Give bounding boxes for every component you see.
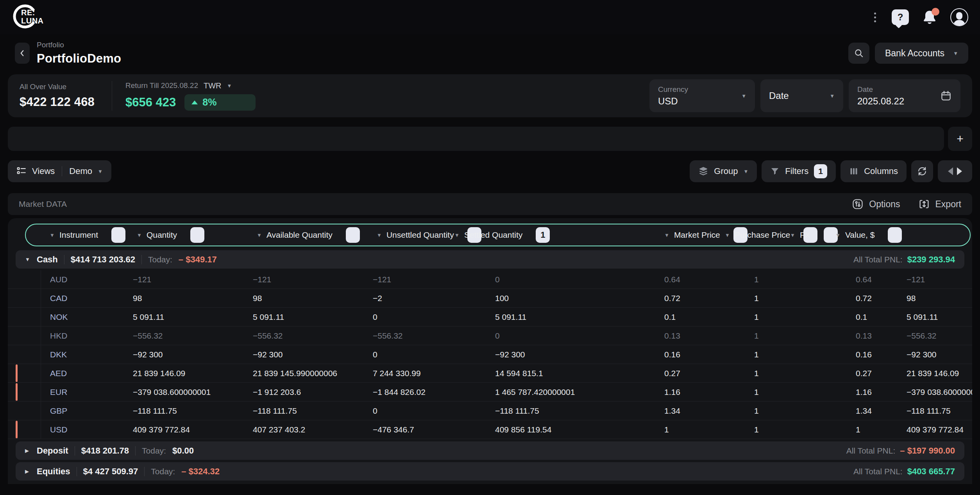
column-filter-badge xyxy=(190,227,204,243)
chevron-down-icon: ▼ xyxy=(137,232,142,238)
cell-quantity: −556.32 xyxy=(128,331,248,341)
bank-accounts-dropdown[interactable]: Bank Accounts ▼ xyxy=(875,43,968,64)
cell-instrument: CAD xyxy=(41,294,128,303)
column-filter-badge xyxy=(346,227,360,243)
group-row-deposit[interactable]: ▶ Deposit $418 201.78 Today: $0.00 All T… xyxy=(16,441,964,460)
cell-settled-quantity: 409 856 119.54 xyxy=(446,425,656,434)
cell-market-price: 0.1 xyxy=(656,312,716,322)
brand-line1: RE: xyxy=(21,9,44,17)
today-pnl: $0.00 xyxy=(172,446,194,456)
column-header[interactable]: ▼ Purchase Price xyxy=(717,227,782,243)
group-dropdown[interactable]: Group ▼ xyxy=(690,160,757,182)
brand-logo[interactable]: RE: LUNA xyxy=(12,4,55,31)
table-row[interactable]: GBP −118 111.75 −118 111.75 0 −118 111.7… xyxy=(8,402,972,420)
search-icon xyxy=(854,48,864,58)
portfolio-tabs xyxy=(8,127,944,151)
column-header[interactable]: ▼ Market Price xyxy=(656,227,717,243)
views-value: Demo xyxy=(69,166,92,176)
cell-available-quantity: 98 xyxy=(248,294,368,303)
refresh-button[interactable] xyxy=(911,160,933,182)
column-header[interactable]: ▼ Settled Quantity 1 xyxy=(447,227,656,243)
views-dropdown[interactable]: Views Demo ▼ xyxy=(8,160,111,182)
cell-quantity: 409 379 772.84 xyxy=(128,425,248,434)
all-total-pnl: $403 665.77 xyxy=(907,466,955,477)
currency-dropdown[interactable]: Currency USD ▼ xyxy=(649,79,755,112)
cell-settled-quantity: −92 300 xyxy=(446,350,656,359)
chevron-down-icon: ▼ xyxy=(743,169,748,174)
cell-settled-quantity: 5 091.11 xyxy=(446,312,656,322)
options-button[interactable]: Options xyxy=(852,198,900,210)
list-icon xyxy=(16,166,27,176)
today-pnl: – $349.17 xyxy=(179,255,217,265)
scroll-columns-button[interactable] xyxy=(938,160,972,182)
table-row[interactable]: HKD −556.32 −556.32 −556.32 0 0.13 1 0.1… xyxy=(8,326,972,345)
group-row-cash[interactable]: ▼ Cash $414 713 203.62 Today: – $349.17 … xyxy=(16,250,964,269)
expand-icon: ▶ xyxy=(25,468,30,474)
column-header[interactable]: ▼ Quantity xyxy=(129,227,249,243)
cell-settled-quantity: 0 xyxy=(446,275,656,284)
column-header[interactable]: ▼ Instrument xyxy=(42,227,129,243)
cell-instrument: GBP xyxy=(41,406,128,416)
more-menu-icon[interactable] xyxy=(871,11,879,24)
table-row[interactable]: NOK 5 091.11 5 091.11 0 5 091.11 0.1 1 0… xyxy=(8,308,972,326)
column-header[interactable]: ▼ FX xyxy=(782,227,828,243)
table-row[interactable]: DKK −92 300 −92 300 0 −92 300 0.16 1 0.1… xyxy=(8,345,972,364)
cell-available-quantity: −556.32 xyxy=(248,331,368,341)
column-header[interactable]: ▼ Value, $ xyxy=(828,227,970,243)
export-button[interactable]: Export xyxy=(918,198,961,210)
cell-settled-quantity: 0 xyxy=(446,331,656,341)
help-icon[interactable]: ? xyxy=(892,9,909,25)
cell-purchase-price: 1 xyxy=(716,369,781,378)
cell-purchase-price: 1 xyxy=(716,387,781,397)
cell-instrument: AUD xyxy=(41,275,128,284)
date-mode-dropdown[interactable]: Date ▼ xyxy=(760,79,843,112)
section-title: Market DATA xyxy=(19,199,67,209)
search-button[interactable] xyxy=(848,43,869,64)
cell-available-quantity: 5 091.11 xyxy=(248,312,368,322)
date-picker[interactable]: Date 2025.08.22 xyxy=(849,79,960,112)
columns-button[interactable]: Columns xyxy=(841,160,907,182)
table-row[interactable]: AUD −121 −121 −121 0 0.64 1 0.64 −121 xyxy=(8,270,972,289)
cell-quantity: 98 xyxy=(128,294,248,303)
cell-unsettled-quantity: 0 xyxy=(368,406,446,416)
cell-instrument: DKK xyxy=(41,350,128,359)
column-header[interactable]: ▼ Unsettled Quantity xyxy=(369,227,447,243)
portfolio-header: Portfolio PortfolioDemo Bank Accounts ▼ xyxy=(0,34,980,74)
cell-available-quantity: −121 xyxy=(248,275,368,284)
cell-purchase-price: 1 xyxy=(716,331,781,341)
collapse-icon: ▼ xyxy=(25,256,30,262)
cell-quantity: 5 091.11 xyxy=(128,312,248,322)
notifications-button[interactable] xyxy=(921,9,938,26)
refresh-icon xyxy=(917,166,928,177)
chevron-down-icon: ▼ xyxy=(454,232,460,238)
calendar-icon xyxy=(940,90,952,102)
all-over-value: $422 122 468 xyxy=(20,95,95,109)
user-avatar[interactable] xyxy=(950,8,968,26)
table-row[interactable]: EUR −379 038.600000001 −1 912 203.6 −1 8… xyxy=(8,383,972,402)
chevron-down-icon: ▼ xyxy=(50,232,55,238)
table-row[interactable]: AED 21 839 146.09 21 839 145.990000006 7… xyxy=(8,364,972,383)
all-total-pnl: – $197 990.00 xyxy=(900,446,955,456)
cell-market-price: 0.13 xyxy=(656,331,716,341)
cell-purchase-price: 1 xyxy=(716,275,781,284)
group-row-equities[interactable]: ▶ Equities $4 427 509.97 Today: – $324.3… xyxy=(16,462,964,481)
back-button[interactable] xyxy=(15,43,30,64)
cell-market-price: 0.72 xyxy=(656,294,716,303)
chevron-down-icon: ▼ xyxy=(830,93,835,99)
cell-instrument: HKD xyxy=(41,331,128,341)
table-header: ▼ Instrument ▼ Quantity ▼ Available Quan… xyxy=(25,224,971,246)
portfolio-eyebrow: Portfolio xyxy=(37,41,121,49)
filters-button[interactable]: Filters 1 xyxy=(762,160,836,182)
column-header[interactable]: ▼ Available Quantity xyxy=(249,227,369,243)
table-row[interactable]: USD 409 379 772.84 407 237 403.2 −476 34… xyxy=(8,420,972,439)
table-row[interactable]: CAD 98 98 −2 100 0.72 1 0.72 98 xyxy=(8,289,972,308)
chevron-down-icon[interactable]: ▼ xyxy=(227,83,232,89)
chevron-down-icon: ▼ xyxy=(790,232,795,238)
add-tab-button[interactable]: + xyxy=(948,127,972,151)
today-pnl: – $324.32 xyxy=(181,466,220,477)
return-mode-dropdown[interactable]: TWR xyxy=(204,81,222,90)
export-icon xyxy=(918,198,930,210)
column-filter-badge xyxy=(888,227,902,243)
arrow-left-icon xyxy=(948,167,953,175)
cell-settled-quantity: 1 465 787.420000001 xyxy=(446,387,656,397)
